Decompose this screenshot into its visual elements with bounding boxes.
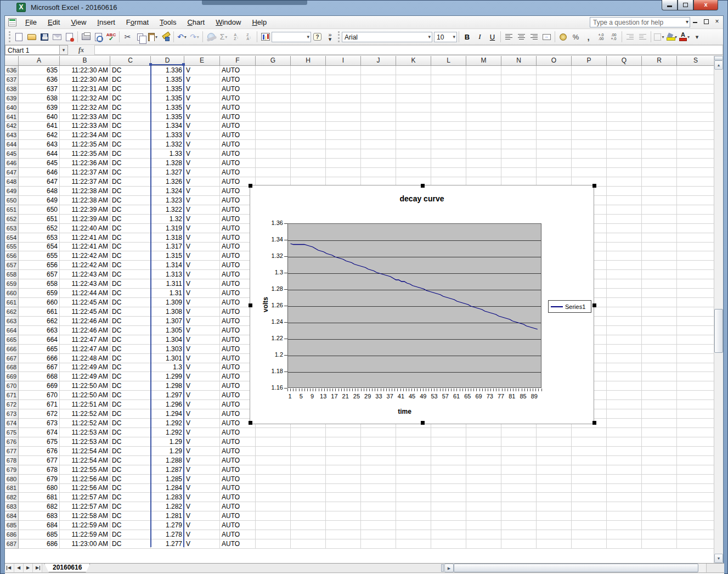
cell-E664[interactable]: V [184,326,220,335]
horizontal-scrollbar[interactable]: ◀ ▶ [444,564,724,572]
cell-E640[interactable]: V [184,103,220,112]
cell-B682[interactable]: 11:22:57 AM [60,493,110,502]
cell-O681[interactable] [537,484,572,493]
cell-C687[interactable]: DC [110,539,151,549]
cell-R657[interactable] [642,261,677,270]
cell-C672[interactable]: DC [110,400,151,409]
last-sheet-button[interactable]: ▶ [33,564,42,572]
cell-Q670[interactable] [607,381,642,391]
cell-G686[interactable] [256,530,291,539]
column-header-A[interactable]: A [19,56,60,66]
cell-K643[interactable] [396,131,431,140]
cell-K677[interactable] [396,447,431,456]
cell-R661[interactable] [642,298,677,307]
print-preview-button[interactable] [92,31,105,43]
font-name-combo[interactable]: Arial ▾ [342,32,432,42]
cell-G680[interactable] [256,475,291,484]
cell-O678[interactable] [537,456,572,465]
cell-Q662[interactable] [607,307,642,317]
cell-F647[interactable]: AUTO [220,168,256,177]
cell-M675[interactable] [466,428,501,437]
cell-F640[interactable]: AUTO [220,103,256,112]
cell-L638[interactable] [431,85,466,94]
decrease-indent-button[interactable] [624,31,636,43]
cell-Q679[interactable] [607,465,642,475]
cell-R672[interactable] [642,400,677,409]
cell-J687[interactable] [361,539,396,549]
cell-K686[interactable] [396,530,431,539]
cell-K678[interactable] [396,456,431,465]
cell-I685[interactable] [326,521,361,530]
cell-A673[interactable]: 672 [19,409,60,419]
cell-J637[interactable] [361,75,396,85]
cell-O685[interactable] [537,521,572,530]
autosum-dropdown-icon[interactable]: ▾ [225,35,227,40]
cell-E676[interactable]: V [184,437,220,447]
cell-B654[interactable]: 11:22:41 AM [60,233,110,243]
cell-N679[interactable] [501,465,537,475]
cell-I644[interactable] [326,140,361,149]
cell-A648[interactable]: 647 [19,177,60,187]
cell-A659[interactable]: 658 [19,279,60,289]
cell-R683[interactable] [642,502,677,511]
cell-B676[interactable]: 11:22:53 AM [60,437,110,447]
cell-Q648[interactable] [607,177,642,187]
cell-Q663[interactable] [607,317,642,326]
cell-A670[interactable]: 669 [19,381,60,391]
cell-D662[interactable]: 1.308 [151,307,184,317]
cell-K675[interactable] [396,428,431,437]
cell-Q639[interactable] [607,94,642,103]
cell-E665[interactable]: V [184,335,220,345]
selection-handle[interactable] [592,184,596,188]
doc-minimize-button[interactable] [691,18,699,26]
cell-N640[interactable] [501,103,537,112]
cell-K679[interactable] [396,465,431,475]
cell-Q677[interactable] [607,447,642,456]
cell-R642[interactable] [642,122,677,131]
cell-F678[interactable]: AUTO [220,456,256,465]
cell-B681[interactable]: 11:22:56 AM [60,484,110,493]
cell-A664[interactable]: 663 [19,326,60,335]
menu-insert[interactable]: Insert [92,16,121,28]
row-header-642[interactable]: 642 [5,122,19,131]
cell-E641[interactable]: V [184,112,220,122]
cell-A662[interactable]: 661 [19,307,60,317]
cell-R673[interactable] [642,409,677,419]
cell-C664[interactable]: DC [110,326,151,335]
chart-legend[interactable]: Series1 [548,300,591,313]
align-right-button[interactable] [528,31,540,43]
cell-D680[interactable]: 1.285 [151,475,184,484]
cell-A676[interactable]: 675 [19,437,60,447]
cell-B655[interactable]: 11:22:41 AM [60,243,110,252]
cell-Q665[interactable] [607,335,642,345]
cell-Q669[interactable] [607,372,642,381]
cell-C639[interactable]: DC [110,94,151,103]
cell-C675[interactable]: DC [110,428,151,437]
cell-L684[interactable] [431,511,466,521]
cell-C655[interactable]: DC [110,243,151,252]
cell-M682[interactable] [466,493,501,502]
cell-D642[interactable]: 1.334 [151,122,184,131]
cell-H636[interactable] [291,66,326,75]
cell-H685[interactable] [291,521,326,530]
cell-A657[interactable]: 656 [19,261,60,270]
cell-D665[interactable]: 1.304 [151,335,184,345]
cell-L683[interactable] [431,502,466,511]
cell-A681[interactable]: 680 [19,484,60,493]
cell-C676[interactable]: DC [110,437,151,447]
cell-I687[interactable] [326,539,361,549]
cell-R647[interactable] [642,168,677,177]
cell-Q653[interactable] [607,224,642,233]
cell-O636[interactable] [537,66,572,75]
title-bar[interactable]: X Microsoft Excel - 20160616 x [0,0,728,15]
cell-D673[interactable]: 1.294 [151,409,184,419]
cell-C669[interactable]: DC [110,372,151,381]
cell-D682[interactable]: 1.283 [151,493,184,502]
cell-J683[interactable] [361,502,396,511]
cell-F687[interactable]: AUTO [220,539,256,549]
cell-D663[interactable]: 1.307 [151,317,184,326]
cell-M685[interactable] [466,521,501,530]
font-color-button[interactable]: A▾ [678,31,691,43]
cell-S670[interactable] [677,381,715,391]
cell-E670[interactable]: V [184,381,220,391]
